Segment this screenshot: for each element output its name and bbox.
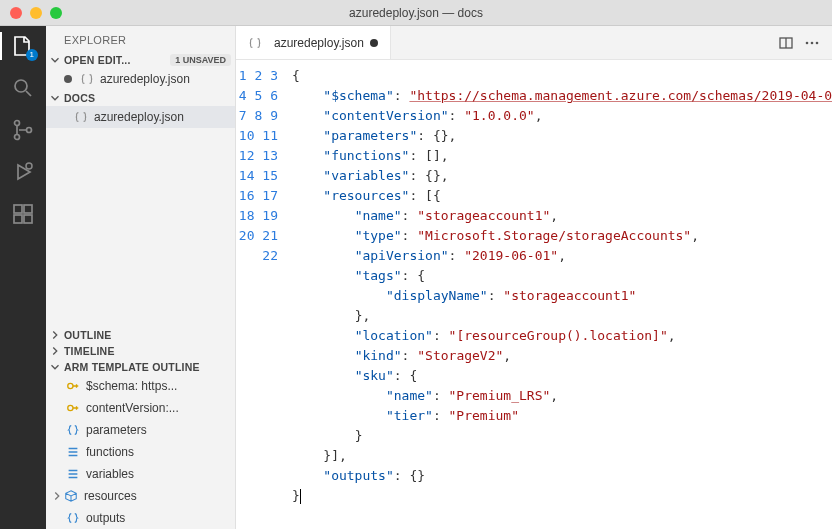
titlebar: azuredeploy.json — docs — [0, 0, 832, 26]
more-icon[interactable] — [804, 35, 820, 51]
cube-icon — [64, 489, 78, 503]
chevron-down-icon — [48, 53, 62, 67]
maximize-window-button[interactable] — [50, 7, 62, 19]
explorer-sidebar: EXPLORER OPEN EDIT... 1 UNSAVED azuredep… — [46, 26, 236, 529]
files-icon[interactable]: 1 — [11, 34, 35, 58]
window-title: azuredeploy.json — docs — [0, 6, 832, 20]
arm-item-outputs[interactable]: outputs — [46, 507, 235, 529]
chevron-down-icon — [48, 360, 62, 374]
chevron-right-icon — [48, 344, 62, 358]
tab-azuredeploy[interactable]: azuredeploy.json — [236, 26, 391, 59]
svg-point-10 — [68, 405, 73, 410]
svg-point-0 — [15, 80, 27, 92]
svg-point-9 — [68, 383, 73, 388]
svg-rect-6 — [14, 215, 22, 223]
dirty-indicator — [64, 75, 72, 83]
search-icon[interactable] — [11, 76, 35, 100]
svg-point-3 — [27, 128, 32, 133]
list-icon — [66, 445, 80, 459]
debug-icon[interactable] — [11, 160, 35, 184]
unsaved-badge: 1 UNSAVED — [170, 54, 231, 66]
line-gutter: 1 2 3 4 5 6 7 8 9 10 11 12 13 14 15 16 1… — [236, 60, 292, 529]
tab-bar: azuredeploy.json — [236, 26, 832, 60]
split-editor-icon[interactable] — [778, 35, 794, 51]
explorer-badge: 1 — [26, 49, 38, 61]
arm-item-resources[interactable]: resources — [46, 485, 235, 507]
code-content[interactable]: { "$schema": "https://schema.management.… — [292, 60, 832, 529]
extensions-icon[interactable] — [11, 202, 35, 226]
arm-item-parameters[interactable]: parameters — [46, 419, 235, 441]
svg-point-14 — [816, 41, 819, 44]
arm-item-contentversion[interactable]: contentVersion:... — [46, 397, 235, 419]
svg-point-2 — [15, 135, 20, 140]
source-control-icon[interactable] — [11, 118, 35, 142]
timeline-header[interactable]: TIMELINE — [46, 343, 235, 359]
key-icon — [66, 379, 80, 393]
svg-rect-8 — [24, 205, 32, 213]
tab-label: azuredeploy.json — [274, 36, 364, 50]
chevron-down-icon — [48, 91, 62, 105]
file-azuredeploy[interactable]: azuredeploy.json — [46, 106, 235, 128]
json-file-icon — [74, 110, 88, 124]
arm-item-schema[interactable]: $schema: https... — [46, 375, 235, 397]
arm-item-variables[interactable]: variables — [46, 463, 235, 485]
editor-area: azuredeploy.json 1 2 3 4 5 6 7 8 9 10 11… — [236, 26, 832, 529]
chevron-right-icon — [48, 328, 62, 342]
svg-point-4 — [26, 163, 32, 169]
svg-point-13 — [811, 41, 814, 44]
svg-point-12 — [806, 41, 809, 44]
braces-icon — [66, 423, 80, 437]
folder-header[interactable]: DOCS — [46, 90, 235, 106]
chevron-right-icon — [50, 489, 64, 503]
code-editor[interactable]: 1 2 3 4 5 6 7 8 9 10 11 12 13 14 15 16 1… — [236, 60, 832, 529]
close-window-button[interactable] — [10, 7, 22, 19]
outline-header[interactable]: OUTLINE — [46, 327, 235, 343]
svg-rect-7 — [24, 215, 32, 223]
arm-item-functions[interactable]: functions — [46, 441, 235, 463]
dirty-indicator — [370, 39, 378, 47]
json-file-icon — [80, 72, 94, 86]
json-file-icon — [248, 36, 262, 50]
open-editors-header[interactable]: OPEN EDIT... 1 UNSAVED — [46, 52, 235, 68]
explorer-title: EXPLORER — [46, 26, 235, 52]
list-icon — [66, 467, 80, 481]
svg-point-1 — [15, 121, 20, 126]
open-editor-file[interactable]: azuredeploy.json — [46, 68, 235, 90]
activity-bar: 1 — [0, 26, 46, 529]
minimize-window-button[interactable] — [30, 7, 42, 19]
braces-icon — [66, 511, 80, 525]
svg-rect-5 — [14, 205, 22, 213]
key-icon — [66, 401, 80, 415]
arm-outline-header[interactable]: ARM TEMPLATE OUTLINE — [46, 359, 235, 375]
